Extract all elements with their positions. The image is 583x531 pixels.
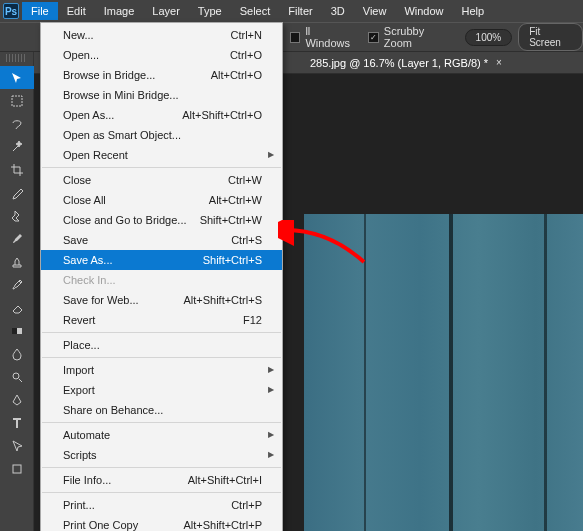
crop-tool[interactable]	[0, 158, 34, 181]
gradient-tool[interactable]	[0, 319, 34, 342]
option-scrubby-zoom[interactable]: ✓ Scrubby Zoom	[368, 25, 450, 49]
checkbox-icon	[290, 32, 300, 43]
menu-item-print[interactable]: Print...Ctrl+P	[41, 495, 282, 515]
zoom-level-field[interactable]: 100%	[465, 29, 513, 46]
document-tab[interactable]: 285.jpg @ 16.7% (Layer 1, RGB/8) * ×	[300, 55, 512, 71]
history-brush-tool[interactable]	[0, 273, 34, 296]
menu-item-open-as[interactable]: Open As...Alt+Shift+Ctrl+O	[41, 105, 282, 125]
lasso-tool[interactable]	[0, 112, 34, 135]
menu-item-label: Automate	[63, 428, 110, 442]
menu-item-shortcut: F12	[243, 313, 262, 327]
menu-item-shortcut: Ctrl+N	[231, 28, 262, 42]
menu-view[interactable]: View	[354, 2, 396, 20]
menu-item-share-on-behance[interactable]: Share on Behance...	[41, 400, 282, 420]
menu-help[interactable]: Help	[453, 2, 494, 20]
eraser-tool[interactable]	[0, 296, 34, 319]
menu-item-label: Export	[63, 383, 95, 397]
menu-item-label: Import	[63, 363, 94, 377]
history-brush-tool-icon	[10, 278, 24, 292]
menu-item-label: File Info...	[63, 473, 111, 487]
eraser-tool-icon	[10, 301, 24, 315]
svg-point-3	[13, 373, 19, 379]
file-menu-dropdown: New...Ctrl+NOpen...Ctrl+OBrowse in Bridg…	[40, 22, 283, 531]
healing-brush-tool[interactable]	[0, 204, 34, 227]
menu-item-label: Open as Smart Object...	[63, 128, 181, 142]
option-label: ll Windows	[305, 25, 354, 49]
menu-image[interactable]: Image	[95, 2, 144, 20]
menu-item-revert[interactable]: RevertF12	[41, 310, 282, 330]
crop-tool-icon	[10, 163, 24, 177]
eyedropper-tool-icon	[10, 186, 24, 200]
svg-rect-2	[12, 328, 17, 334]
magic-wand-tool[interactable]	[0, 135, 34, 158]
menu-item-close-and-go-to-bridge[interactable]: Close and Go to Bridge...Shift+Ctrl+W	[41, 210, 282, 230]
menu-item-scripts[interactable]: Scripts	[41, 445, 282, 465]
fit-screen-button[interactable]: Fit Screen	[518, 23, 583, 51]
menu-item-label: Scripts	[63, 448, 97, 462]
checkbox-icon: ✓	[368, 32, 378, 43]
menu-item-label: Print...	[63, 498, 95, 512]
close-icon[interactable]: ×	[496, 57, 502, 68]
menu-item-close[interactable]: CloseCtrl+W	[41, 170, 282, 190]
blur-tool[interactable]	[0, 342, 34, 365]
dodge-tool[interactable]	[0, 365, 34, 388]
menu-item-label: Place...	[63, 338, 100, 352]
menu-layer[interactable]: Layer	[143, 2, 189, 20]
healing-brush-tool-icon	[10, 209, 24, 223]
menu-item-new[interactable]: New...Ctrl+N	[41, 25, 282, 45]
rectangle-tool[interactable]	[0, 457, 34, 480]
clone-stamp-tool[interactable]	[0, 250, 34, 273]
menu-item-open[interactable]: Open...Ctrl+O	[41, 45, 282, 65]
menu-separator	[42, 467, 281, 468]
menu-item-import[interactable]: Import	[41, 360, 282, 380]
menu-file[interactable]: File	[22, 2, 58, 20]
menu-item-open-as-smart-object[interactable]: Open as Smart Object...	[41, 125, 282, 145]
menu-window[interactable]: Window	[395, 2, 452, 20]
magic-wand-tool-icon	[10, 140, 24, 154]
menu-item-shortcut: Shift+Ctrl+W	[200, 213, 262, 227]
menu-item-shortcut: Ctrl+P	[231, 498, 262, 512]
app-logo: Ps	[0, 0, 22, 22]
rectangle-tool-icon	[10, 462, 24, 476]
menu-3d[interactable]: 3D	[322, 2, 354, 20]
type-tool[interactable]	[0, 411, 34, 434]
app-logo-text: Ps	[3, 3, 19, 19]
menu-item-open-recent[interactable]: Open Recent	[41, 145, 282, 165]
menu-separator	[42, 332, 281, 333]
menu-item-label: Revert	[63, 313, 95, 327]
menu-edit[interactable]: Edit	[58, 2, 95, 20]
menu-item-browse-in-mini-bridge[interactable]: Browse in Mini Bridge...	[41, 85, 282, 105]
menu-item-save-for-web[interactable]: Save for Web...Alt+Shift+Ctrl+S	[41, 290, 282, 310]
menu-item-label: Check In...	[63, 273, 116, 287]
menu-item-file-info[interactable]: File Info...Alt+Shift+Ctrl+I	[41, 470, 282, 490]
menu-item-export[interactable]: Export	[41, 380, 282, 400]
menu-item-close-all[interactable]: Close AllAlt+Ctrl+W	[41, 190, 282, 210]
option-all-windows[interactable]: ll Windows	[290, 25, 354, 49]
canvas-image[interactable]	[304, 214, 583, 531]
tool-panel	[0, 52, 34, 531]
menu-filter[interactable]: Filter	[279, 2, 321, 20]
path-selection-tool-icon	[10, 439, 24, 453]
menu-separator	[42, 492, 281, 493]
menu-item-shortcut: Ctrl+W	[228, 173, 262, 187]
menu-bar: Ps File Edit Image Layer Type Select Fil…	[0, 0, 583, 22]
menu-item-save-as[interactable]: Save As...Shift+Ctrl+S	[41, 250, 282, 270]
menu-item-shortcut: Alt+Shift+Ctrl+O	[182, 108, 262, 122]
menu-item-shortcut: Alt+Ctrl+O	[211, 68, 262, 82]
marquee-tool-icon	[10, 94, 24, 108]
menu-item-place[interactable]: Place...	[41, 335, 282, 355]
pen-tool[interactable]	[0, 388, 34, 411]
marquee-tool[interactable]	[0, 89, 34, 112]
panel-grip-icon[interactable]	[6, 54, 27, 62]
menu-type[interactable]: Type	[189, 2, 231, 20]
move-tool[interactable]	[0, 66, 34, 89]
brush-tool[interactable]	[0, 227, 34, 250]
path-selection-tool[interactable]	[0, 434, 34, 457]
menu-item-print-one-copy[interactable]: Print One CopyAlt+Shift+Ctrl+P	[41, 515, 282, 531]
menu-item-label: Save	[63, 233, 88, 247]
menu-item-automate[interactable]: Automate	[41, 425, 282, 445]
eyedropper-tool[interactable]	[0, 181, 34, 204]
menu-select[interactable]: Select	[231, 2, 280, 20]
menu-item-browse-in-bridge[interactable]: Browse in Bridge...Alt+Ctrl+O	[41, 65, 282, 85]
menu-item-save[interactable]: SaveCtrl+S	[41, 230, 282, 250]
